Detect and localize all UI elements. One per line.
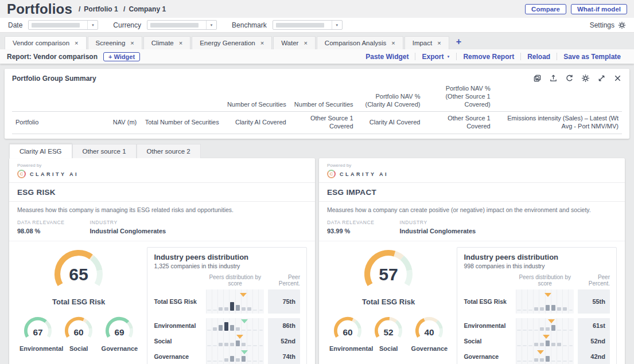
- column-header: Clarity AI Covered: [223, 112, 290, 134]
- gauge-value: 67: [33, 327, 42, 336]
- row-label: Environmental: [464, 318, 512, 334]
- expand-icon[interactable]: [597, 74, 606, 83]
- histogram: [516, 318, 574, 334]
- close-icon[interactable]: ×: [179, 40, 182, 46]
- export-button[interactable]: Export▼: [415, 53, 456, 61]
- industry-value: Industrial Conglomerates: [90, 228, 166, 234]
- clarity-ai-logo-text: CLARITY AI: [30, 171, 79, 177]
- chart-header: Peers distribution by score: [516, 274, 574, 289]
- remove-report-button[interactable]: Remove Report: [457, 53, 520, 61]
- histogram-bar: [230, 343, 234, 346]
- powered-by-label: Powered by: [327, 163, 617, 168]
- org-score-marker: [537, 350, 544, 354]
- paste-widget-button[interactable]: Paste Widget: [359, 53, 415, 61]
- compare-button[interactable]: Compare: [525, 4, 566, 14]
- add-tab-button[interactable]: +: [450, 36, 467, 49]
- close-icon[interactable]: ×: [391, 40, 395, 46]
- histogram-bar: [224, 343, 228, 346]
- histogram: [206, 334, 264, 349]
- add-widget-button[interactable]: + Widget: [103, 52, 140, 61]
- industry-value: Industrial Conglomerates: [400, 228, 476, 234]
- histogram-bar: [540, 307, 544, 311]
- histogram: [206, 289, 264, 314]
- org-score-marker: [544, 293, 551, 297]
- powered-by-label: Powered by: [17, 163, 307, 168]
- date-select[interactable]: ▼: [28, 20, 98, 30]
- histogram-bar: [569, 330, 573, 331]
- histogram-bar: [253, 310, 257, 311]
- breadcrumb-company[interactable]: Company 1: [129, 5, 166, 13]
- chart-header: Peers distribution by score: [206, 274, 264, 289]
- chart-header: Peer Percent.: [268, 274, 300, 289]
- currency-select[interactable]: ▼: [147, 20, 217, 30]
- clarity-ai-logo-text: CLARITY AI: [340, 171, 388, 177]
- source-tab-bar: Clarity AI ESG Other source 1 Other sour…: [5, 144, 629, 158]
- save-as-template-button[interactable]: Save as Template: [557, 53, 627, 61]
- histogram-bar: [563, 307, 567, 311]
- summary-table: Number of Securities Number of Securitie…: [12, 83, 622, 139]
- export-icon[interactable]: [549, 74, 558, 83]
- cell-value: 98%: [357, 134, 424, 139]
- gear-icon: [618, 21, 626, 29]
- histogram-bar: [213, 345, 217, 346]
- benchmark-select[interactable]: ▼: [273, 20, 343, 30]
- histogram-bar: [534, 330, 538, 331]
- gear-icon[interactable]: [581, 74, 590, 83]
- data-relevance-label: DATA RELEVANCE: [17, 220, 65, 225]
- tab-clarity-ai-esg[interactable]: Clarity AI ESG: [9, 144, 72, 158]
- duplicate-icon[interactable]: [533, 74, 542, 83]
- histogram-bar: [523, 330, 527, 331]
- tab-comparison-analysis[interactable]: Comparison Analysis×: [317, 36, 403, 49]
- percentile-value: 52nd: [268, 334, 300, 349]
- cell-value: 12,345,678: [140, 134, 223, 139]
- org-score-marker: [241, 350, 248, 354]
- environmental-gauge: 67: [20, 315, 56, 345]
- histogram-bar: [528, 361, 532, 362]
- gauge-label: Total ESG Risk: [17, 298, 140, 306]
- row-label: Environmental: [154, 318, 202, 334]
- close-icon[interactable]: ×: [437, 40, 441, 46]
- histogram-bar: [259, 310, 263, 311]
- tab-impact[interactable]: Impact×: [404, 36, 449, 49]
- percentile-value: 61st: [578, 318, 610, 334]
- data-relevance-value: 98.08 %: [17, 228, 65, 234]
- tab-energy-generation[interactable]: Energy Generation×: [192, 36, 272, 49]
- histogram-bar: [213, 327, 217, 331]
- histogram-bar: [551, 343, 555, 346]
- close-icon[interactable]: [613, 74, 622, 83]
- tab-climate[interactable]: Climate×: [143, 36, 190, 49]
- gauge-label: Social: [370, 345, 407, 352]
- histogram-bar: [546, 305, 550, 311]
- close-icon[interactable]: ×: [260, 40, 264, 46]
- settings-button[interactable]: Settings: [590, 21, 626, 29]
- gauge-label: Total ESG Risk: [327, 298, 450, 306]
- chevron-down-icon: ▼: [332, 21, 342, 29]
- currency-label: Currency: [113, 21, 141, 29]
- data-relevance-value: 93.99 %: [327, 228, 375, 234]
- column-header: Other Source 1 Covered: [290, 112, 357, 134]
- histogram-bar: [540, 327, 544, 331]
- org-score-marker: [240, 293, 247, 297]
- histogram-bar: [242, 343, 246, 346]
- tab-vendor-comparison[interactable]: Vendor comparison×: [5, 36, 87, 49]
- tab-water[interactable]: Water×: [273, 36, 316, 49]
- histogram-bar: [230, 302, 234, 311]
- percentile-value: 42nd: [578, 349, 610, 364]
- peers-subtitle: 998 companies in this industry: [464, 263, 610, 269]
- peers-title: Industry peers distribution: [464, 253, 610, 261]
- tab-screening[interactable]: Screening×: [88, 36, 142, 49]
- tab-other-source-1[interactable]: Other source 1: [72, 144, 137, 158]
- report-tab-bar: Vendor comparison× Screening× Climate× E…: [0, 33, 634, 49]
- histogram-bar: [224, 307, 228, 311]
- whatif-model-button[interactable]: What-if model: [571, 4, 627, 14]
- refresh-icon[interactable]: [565, 74, 574, 83]
- close-icon[interactable]: ×: [75, 40, 78, 46]
- table-group-header-row: Number of Securities Number of Securitie…: [12, 83, 622, 112]
- industry-peers-card: Industry peers distribution 998 companie…: [457, 247, 617, 364]
- close-icon[interactable]: ×: [130, 40, 134, 46]
- reload-button[interactable]: Reload: [521, 53, 557, 61]
- tab-other-source-2[interactable]: Other source 2: [137, 144, 201, 158]
- column-header: Total Number of Securities: [140, 112, 223, 134]
- breadcrumb-portfolio[interactable]: Portfolio 1: [84, 5, 118, 13]
- close-icon[interactable]: ×: [304, 40, 307, 46]
